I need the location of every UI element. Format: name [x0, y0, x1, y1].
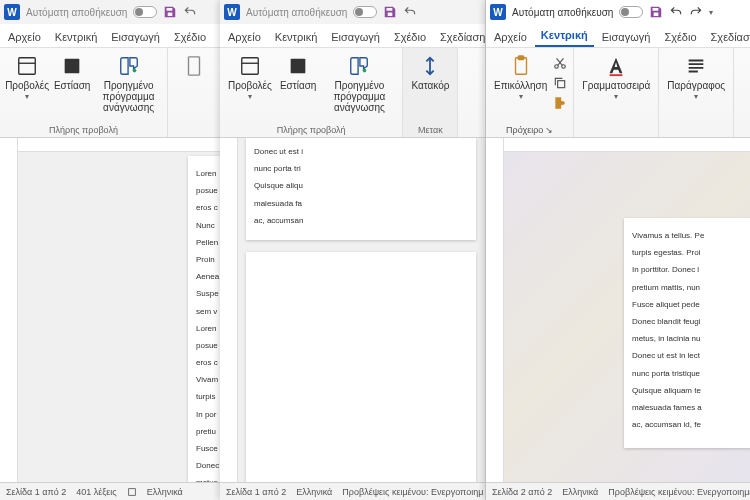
sb-page[interactable]: Σελίδα 2 από 2 [492, 487, 552, 497]
page-2[interactable]: Vivamus a tellus. Peturpis egestas. Proi… [624, 218, 750, 448]
save-icon[interactable] [649, 5, 663, 19]
focus-button[interactable]: Εστίαση [52, 52, 92, 93]
focus-button[interactable]: Εστίαση [278, 52, 319, 93]
tab-draw[interactable]: Σχέδιο [388, 27, 432, 47]
sb-words[interactable]: 401 λέξεις [76, 487, 116, 497]
svg-rect-1 [65, 59, 80, 74]
statusbar: Σελίδα 1 από 2 401 λέξεις Ελληνικά [0, 482, 220, 500]
reader-button[interactable]: Προηγμένο πρόγραμμα ανάγνωσης [322, 52, 396, 115]
views-icon [15, 54, 39, 78]
dialog-launcher-icon[interactable]: ↘ [545, 125, 553, 135]
cut-icon[interactable] [553, 56, 567, 72]
reader-button[interactable]: Προηγμένο πρόγραμμα ανάγνωσης [96, 52, 161, 115]
ribbon-tabs: Αρχείο Κεντρική Εισαγωγή Σχέδιο Σχεδίαση [0, 24, 220, 48]
vertical-ruler [0, 138, 18, 482]
svg-rect-5 [291, 59, 306, 74]
page-blank[interactable] [246, 252, 476, 482]
tab-draw[interactable]: Σχέδιο [168, 27, 212, 47]
views-button[interactable]: Προβολές▾ [6, 52, 48, 104]
sb-lang[interactable]: Ελληνικά [562, 487, 598, 497]
horizontal-ruler [18, 138, 220, 152]
tab-file[interactable]: Αρχείο [2, 27, 47, 47]
page-top[interactable]: Donec ut est inunc porta tri Quisque ali… [246, 138, 476, 240]
focus-icon [60, 54, 84, 78]
svg-rect-11 [558, 81, 565, 88]
sb-lang[interactable]: Ελληνικά [296, 487, 332, 497]
group-move: Κατακόρ Μετακ [403, 48, 458, 137]
styles-button[interactable]: Στυλ [740, 52, 750, 93]
tab-home[interactable]: Κεντρική [49, 27, 103, 47]
vertical-ruler [220, 138, 238, 482]
tab-insert[interactable]: Εισαγωγή [325, 27, 386, 47]
group-label: Πλήρης προβολή [49, 125, 118, 135]
svg-rect-12 [610, 74, 623, 76]
document-area[interactable]: Lorenposueeros c Nunc PellenProin Aenea … [0, 138, 220, 482]
focus-icon [286, 54, 310, 78]
ribbon-tabs: Αρχείο Κεντρική Εισαγωγή Σχέδιο Σχεδίαση… [486, 24, 750, 48]
group-label: Πλήρης προβολή [277, 125, 346, 135]
document-area[interactable]: Donec ut est inunc porta tri Quisque ali… [220, 138, 485, 482]
views-button[interactable]: Προβολές▾ [226, 52, 274, 104]
tab-file[interactable]: Αρχείο [488, 27, 533, 47]
tab-file[interactable]: Αρχείο [222, 27, 267, 47]
titlebar: W Αυτόματη αποθήκευση ▾ [486, 0, 750, 24]
ribbon-view: Προβολές▾ Εστίαση Προηγμένο πρόγραμμα αν… [0, 48, 220, 138]
sb-lang[interactable]: Ελληνικά [147, 487, 183, 497]
sb-predictions[interactable]: Προβλέψεις κειμένου: Ενεργοποιημένες [608, 487, 750, 497]
tab-insert[interactable]: Εισαγωγή [105, 27, 166, 47]
vertical-button[interactable]: Κατακόρ [409, 52, 451, 93]
ribbon-home: Επικόλληση▾ Πρόχειρο ↘ Γραμματοσειρά▾ Πα… [486, 48, 750, 138]
group-full-view: Προβολές▾ Εστίαση Προηγμένο πρόγραμμα αν… [220, 48, 403, 137]
group-font: Γραμματοσειρά▾ [574, 48, 659, 137]
svg-rect-3 [128, 488, 135, 495]
sb-page[interactable]: Σελίδα 1 από 2 [226, 487, 286, 497]
word-window-1: W Αυτόματη αποθήκευση Αρχείο Κεντρική Ει… [0, 0, 220, 500]
autosave-label: Αυτόματη αποθήκευση [512, 7, 613, 18]
document-area[interactable]: Vivamus a tellus. Peturpis egestas. Proi… [486, 138, 750, 482]
save-icon[interactable] [163, 5, 177, 19]
statusbar: Σελίδα 1 από 2 Ελληνικά Προβλέψεις κειμέ… [220, 482, 485, 500]
word-window-2: W Αυτόματη αποθήκευση Αρχείο Κεντρική Ει… [220, 0, 485, 500]
spellcheck-icon[interactable] [127, 487, 137, 497]
autosave-label: Αυτόματη αποθήκευση [26, 7, 127, 18]
titlebar: W Αυτόματη αποθήκευση [0, 0, 220, 24]
chevron-down-icon: ▾ [25, 93, 29, 102]
tab-design[interactable]: Σχεδίαση [434, 27, 491, 47]
partial-button[interactable] [174, 52, 214, 80]
undo-icon[interactable] [183, 5, 197, 19]
format-painter-icon[interactable] [553, 96, 567, 112]
tab-insert[interactable]: Εισαγωγή [596, 27, 657, 47]
vertical-icon [418, 54, 442, 78]
autosave-toggle[interactable] [133, 6, 157, 18]
autosave-toggle[interactable] [619, 6, 643, 18]
page-1[interactable]: Lorenposueeros c Nunc PellenProin Aenea … [188, 156, 220, 482]
font-button[interactable]: Γραμματοσειρά▾ [580, 52, 652, 104]
tab-home[interactable]: Κεντρική [535, 25, 594, 47]
sb-predictions[interactable]: Προβλέψεις κειμένου: Ενεργοποιημ [342, 487, 483, 497]
group-paragraph: Παράγραφος▾ [659, 48, 734, 137]
paragraph-icon [684, 54, 708, 78]
svg-rect-8 [518, 56, 524, 60]
group-styles: Στυλ Στυλ [734, 48, 750, 137]
paragraph-button[interactable]: Παράγραφος▾ [665, 52, 727, 104]
vruler-icon [182, 54, 206, 78]
tab-home[interactable]: Κεντρική [269, 27, 323, 47]
ribbon-tabs: Αρχείο Κεντρική Εισαγωγή Σχέδιο Σχεδίαση… [220, 24, 485, 48]
sb-page[interactable]: Σελίδα 1 από 2 [6, 487, 66, 497]
autosave-toggle[interactable] [353, 6, 377, 18]
reader-icon [117, 54, 141, 78]
undo-icon[interactable] [403, 5, 417, 19]
word-window-3: W Αυτόματη αποθήκευση ▾ Αρχείο Κεντρική … [485, 0, 750, 500]
save-icon[interactable] [383, 5, 397, 19]
redo-icon[interactable] [689, 5, 703, 19]
tab-design[interactable]: Σχεδίαση [705, 27, 750, 47]
qat-dropdown-icon[interactable]: ▾ [709, 8, 713, 17]
paste-button[interactable]: Επικόλληση▾ [492, 52, 549, 104]
ribbon-view: Προβολές▾ Εστίαση Προηγμένο πρόγραμμα αν… [220, 48, 485, 138]
word-logo-icon: W [490, 4, 506, 20]
group-cut [168, 48, 220, 137]
undo-icon[interactable] [669, 5, 683, 19]
tab-draw[interactable]: Σχέδιο [658, 27, 702, 47]
views-icon [238, 54, 262, 78]
copy-icon[interactable] [553, 76, 567, 92]
